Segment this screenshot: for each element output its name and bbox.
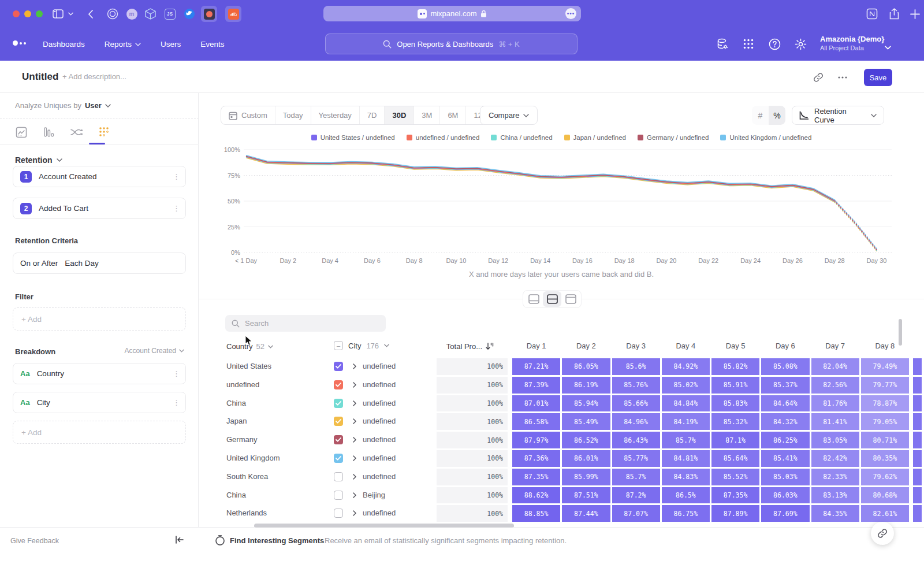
city-column-header[interactable]: – City 176 bbox=[334, 341, 389, 350]
retention-value-cell[interactable]: 87.35% bbox=[711, 487, 759, 504]
retention-step-1[interactable]: 1Account Created⋮ bbox=[13, 166, 186, 187]
retention-value-cell[interactable]: 82.33% bbox=[811, 469, 859, 485]
compare-button[interactable]: Compare bbox=[480, 106, 538, 125]
tab-overview-chevron-icon[interactable] bbox=[66, 7, 74, 21]
retention-value-cell[interactable]: 86.5% bbox=[662, 487, 710, 504]
retention-value-cell[interactable]: 84.35% bbox=[811, 505, 859, 522]
nav-item-reports[interactable]: Reports bbox=[105, 40, 141, 49]
layout-table-only-button[interactable] bbox=[561, 291, 580, 307]
nav-item-events[interactable]: Events bbox=[200, 40, 224, 49]
expand-row-icon[interactable] bbox=[353, 492, 356, 499]
retention-value-cell[interactable]: 84.96% bbox=[612, 413, 660, 430]
retention-value-cell[interactable]: 86.01% bbox=[562, 450, 610, 467]
retention-value-cell[interactable]: 85.02% bbox=[662, 377, 710, 394]
range-30d[interactable]: 30D bbox=[385, 106, 414, 124]
notion-extension-icon[interactable] bbox=[865, 7, 879, 21]
retention-value-cell[interactable]: 79.49% bbox=[861, 358, 909, 375]
select-all-checkbox[interactable]: – bbox=[334, 341, 343, 350]
browser-back-button[interactable] bbox=[83, 7, 97, 21]
nav-item-dashboards[interactable]: Dashboards bbox=[43, 40, 85, 49]
expand-row-icon[interactable] bbox=[353, 363, 356, 370]
retention-value-cell[interactable]: 87.1% bbox=[711, 432, 759, 448]
legend-item[interactable]: Germany / undefined bbox=[638, 134, 709, 141]
retention-value-cell[interactable]: 85.82% bbox=[711, 358, 759, 375]
total-column-header[interactable]: Total Pro... bbox=[404, 342, 494, 351]
save-button[interactable]: Save bbox=[864, 69, 892, 86]
retention-value-cell-clipped[interactable] bbox=[913, 432, 922, 448]
retention-value-cell[interactable]: 87.89% bbox=[711, 505, 759, 522]
retention-value-cell[interactable]: 86.25% bbox=[761, 432, 809, 448]
sidebar-toggle-icon[interactable] bbox=[51, 7, 65, 21]
give-feedback-link[interactable]: Give Feedback bbox=[10, 537, 59, 545]
retention-value-cell[interactable]: 83.13% bbox=[811, 487, 859, 504]
retention-value-cell[interactable]: 85.94% bbox=[562, 395, 610, 412]
extension-producthunt-icon[interactable] bbox=[201, 6, 217, 22]
apps-grid-icon[interactable] bbox=[742, 38, 755, 50]
copy-link-icon[interactable] bbox=[812, 71, 825, 84]
retention-value-cell[interactable]: 85.64% bbox=[711, 450, 759, 467]
collapse-sidebar-icon[interactable] bbox=[175, 536, 184, 546]
row-checkbox[interactable] bbox=[334, 417, 343, 426]
expand-row-icon[interactable] bbox=[353, 400, 356, 407]
retention-value-cell[interactable]: 86.19% bbox=[562, 377, 610, 394]
tab-retention-icon[interactable] bbox=[98, 126, 111, 139]
more-options-icon[interactable] bbox=[836, 71, 849, 84]
retention-value-cell[interactable]: 84.32% bbox=[761, 413, 809, 430]
breakdown-city[interactable]: AaCity⋮ bbox=[13, 392, 186, 413]
kebab-menu-icon[interactable]: ⋮ bbox=[173, 207, 178, 210]
retention-value-cell[interactable]: 88.85% bbox=[512, 505, 560, 522]
retention-value-cell[interactable]: 87.01% bbox=[512, 395, 560, 412]
kebab-menu-icon[interactable]: ⋮ bbox=[173, 402, 178, 404]
retention-value-cell-clipped[interactable] bbox=[913, 505, 922, 522]
retention-value-cell[interactable]: 85.32% bbox=[711, 413, 759, 430]
retention-value-cell-clipped[interactable] bbox=[913, 395, 922, 412]
breakdown-country[interactable]: AaCountry⋮ bbox=[13, 363, 186, 384]
retention-value-cell[interactable]: 85.77% bbox=[612, 450, 660, 467]
expand-row-icon[interactable] bbox=[353, 382, 356, 389]
layout-chart-only-button[interactable] bbox=[524, 291, 543, 307]
retention-value-cell[interactable]: 84.19% bbox=[662, 413, 710, 430]
analyze-uniques-control[interactable]: Analyze Uniques by User bbox=[15, 101, 111, 110]
range-7d[interactable]: 7D bbox=[360, 106, 385, 124]
extension-bird-icon[interactable] bbox=[182, 7, 196, 21]
retention-value-cell[interactable]: 87.07% bbox=[612, 505, 660, 522]
day-column-header[interactable]: Day 7 bbox=[811, 342, 859, 352]
retention-value-cell[interactable]: 84.83% bbox=[662, 469, 710, 485]
retention-value-cell[interactable]: 84.64% bbox=[761, 395, 809, 412]
row-checkbox[interactable] bbox=[334, 472, 343, 481]
retention-value-cell[interactable]: 82.42% bbox=[811, 450, 859, 467]
retention-value-cell[interactable]: 85.83% bbox=[711, 395, 759, 412]
extension-soundcloud-icon[interactable] bbox=[225, 6, 241, 22]
add-description-button[interactable]: + Add description... bbox=[62, 72, 126, 81]
retention-value-cell-clipped[interactable] bbox=[913, 450, 922, 467]
day-column-header[interactable]: Day 1 bbox=[512, 342, 560, 352]
retention-value-cell[interactable]: 80.35% bbox=[861, 450, 909, 467]
retention-value-cell[interactable]: 86.05% bbox=[562, 358, 610, 375]
criteria-interval[interactable]: Each Day bbox=[65, 259, 99, 268]
retention-value-cell-clipped[interactable] bbox=[913, 487, 922, 504]
retention-value-cell-clipped[interactable] bbox=[913, 413, 922, 430]
retention-value-cell[interactable]: 82.61% bbox=[861, 505, 909, 522]
retention-value-cell[interactable]: 85.7% bbox=[662, 432, 710, 448]
extension-js-icon[interactable]: JS bbox=[163, 7, 177, 21]
row-checkbox[interactable] bbox=[334, 362, 343, 371]
retention-value-cell[interactable]: 87.97% bbox=[512, 432, 560, 448]
retention-value-cell[interactable]: 87.36% bbox=[512, 450, 560, 467]
kebab-menu-icon[interactable]: ⋮ bbox=[173, 373, 178, 375]
row-checkbox[interactable] bbox=[334, 380, 343, 389]
retention-value-cell[interactable]: 86.75% bbox=[662, 505, 710, 522]
retention-value-cell[interactable]: 85.76% bbox=[612, 377, 660, 394]
settings-gear-icon[interactable] bbox=[794, 38, 807, 50]
retention-value-cell[interactable]: 85.52% bbox=[711, 469, 759, 485]
nav-item-users[interactable]: Users bbox=[161, 40, 181, 49]
window-close-button[interactable] bbox=[13, 10, 20, 17]
expand-row-icon[interactable] bbox=[353, 418, 356, 425]
retention-value-cell[interactable]: 87.69% bbox=[761, 505, 809, 522]
retention-value-cell[interactable]: 80.71% bbox=[861, 432, 909, 448]
retention-value-cell[interactable]: 85.66% bbox=[612, 395, 660, 412]
retention-value-cell[interactable]: 83.05% bbox=[811, 432, 859, 448]
expand-row-icon[interactable] bbox=[353, 455, 356, 462]
retention-value-cell[interactable]: 86.03% bbox=[761, 487, 809, 504]
retention-value-cell[interactable]: 84.81% bbox=[662, 450, 710, 467]
breakdown-event-selector[interactable]: Account Created bbox=[125, 347, 184, 355]
